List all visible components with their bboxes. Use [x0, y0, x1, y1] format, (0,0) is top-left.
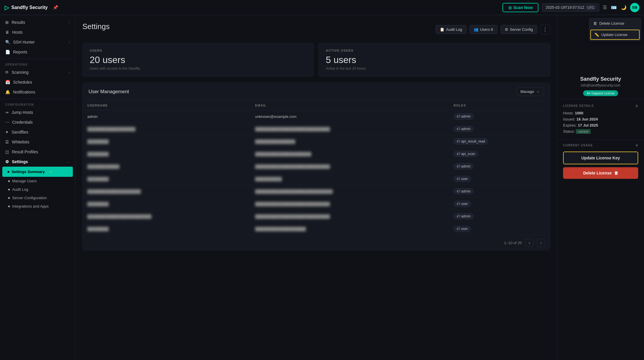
username-cell: admin — [83, 110, 251, 123]
server-config-icon: ⚙ — [505, 27, 508, 32]
users-stat-desc: Users with access to the Sandfly. — [90, 66, 307, 71]
sidebar-item-results[interactable]: ⊞ Results › — [0, 17, 75, 27]
user-management-card: User Management Manage → USERNAME EMAIL … — [82, 82, 550, 251]
update-license-key-button[interactable]: Update License Key — [563, 152, 638, 164]
username-cell: ████████████ — [83, 160, 251, 173]
sidebar-item-reports[interactable]: 📄 Reports — [0, 47, 75, 57]
username-col-header: USERNAME — [83, 101, 251, 110]
prev-page-button[interactable]: ‹ — [525, 239, 533, 247]
sidebar-item-integrations-apps[interactable]: Integrations and Apps — [0, 202, 75, 210]
sidebar-item-whitelists[interactable]: ☰ Whitelists — [0, 137, 75, 147]
sidebar-item-server-configuration[interactable]: Server Configuration — [0, 194, 75, 202]
license-section: Sandfly Security info@sandflysecurity.co… — [557, 70, 644, 99]
dropdown-update-license[interactable]: ✏️ Update License — [590, 30, 640, 40]
role-badge: 🏷 user — [453, 201, 471, 207]
email-cell: ████████████████████████████ — [251, 123, 449, 135]
sidebar-item-settings-summary[interactable]: Settings Summary ← — [2, 167, 73, 177]
timestamp: 2025-02-19T19:57:51Z UTC — [542, 3, 599, 12]
expires-row: Expires: 17 Jul 2025 — [563, 123, 638, 127]
bullet-icon — [8, 189, 10, 190]
avatar[interactable]: SB — [630, 3, 639, 12]
hosts-icon: 🖥 — [5, 30, 9, 35]
results-icon: ⊞ — [5, 20, 9, 25]
scan-now-button[interactable]: ◎ Scan Now — [502, 3, 539, 12]
sidebar-item-manage-users[interactable]: Manage Users — [0, 177, 75, 185]
header-actions: 📋 Audit Log 👥 Users 8 ⚙ Server Config ⋮ — [435, 25, 550, 35]
schedules-icon: 📅 — [5, 80, 10, 84]
sidebar-item-schedules[interactable]: 📅 Schedules — [0, 77, 75, 87]
email-cell: ██████████ — [251, 173, 449, 185]
reports-icon: 📄 — [5, 50, 10, 54]
delete-license-button[interactable]: Delete License 🗑 — [563, 167, 638, 179]
users-table: USERNAME EMAIL ROLES adminunknown@exampl… — [83, 101, 550, 235]
utc-badge: UTC — [586, 5, 596, 10]
topbar-left: ▷ Sandfly Security 📌 — [5, 4, 58, 11]
active-users-stat-label: ACTIVE USERS — [326, 49, 543, 52]
username-cell: ████████ — [83, 223, 251, 235]
table-row: ████████████████████████████████████🏷 us… — [83, 198, 550, 210]
manage-button[interactable]: Manage → — [516, 87, 544, 96]
license-email: info@sandflysecurity.com — [563, 83, 638, 87]
jump-hosts-icon: ⇒ — [5, 110, 9, 115]
main: Settings 📋 Audit Log 👥 Users 8 ⚙ Server … — [75, 15, 644, 360]
user-management-title: User Management — [88, 89, 129, 95]
sidebar-item-audit-log[interactable]: Audit Log — [0, 185, 75, 194]
role-cell: 🏷 admin — [449, 160, 550, 173]
sidebar-item-scanning[interactable]: ⟳ Scanning › — [0, 67, 75, 77]
role-cell: 🏷 admin — [449, 110, 550, 123]
role-badge: 🏷 admin — [453, 188, 474, 195]
current-usage-section: CURRENT USAGE ∨ Update License Key Delet… — [557, 140, 644, 182]
sandflies-icon: ✦ — [5, 130, 9, 134]
roles-col-header: ROLES — [449, 101, 550, 110]
bullet-icon — [8, 206, 10, 207]
role-cell: 🏷 admin — [449, 185, 550, 198]
license-details-title: LICENSE DETAILS — [563, 104, 594, 107]
username-cell: ████████ — [83, 148, 251, 160]
sidebar-item-sandflies[interactable]: ✦ Sandflies — [0, 127, 75, 137]
scan-icon: ◎ — [508, 5, 512, 10]
email-cell: █████████████████████████████ — [251, 185, 449, 198]
sidebar-item-jump-hosts[interactable]: ⇒ Jump Hosts — [0, 107, 75, 117]
server-config-button[interactable]: ⚙ Server Config — [500, 25, 537, 34]
config-section-label: CONFIGURATION — [0, 101, 75, 107]
brand-icon: ▷ — [5, 4, 9, 11]
next-page-button[interactable]: › — [537, 239, 545, 247]
sidebar-item-ssh-hunter[interactable]: 🔍 SSH Hunter › — [0, 37, 75, 47]
list-icon[interactable]: ☰ — [603, 5, 607, 10]
settings-submenu: Settings Summary ← Manage Users Audit Lo… — [0, 167, 75, 210]
arrow-indicator: ← — [48, 169, 53, 175]
table-row: ████████████████████████████████████████… — [83, 210, 550, 223]
notifications-icon: 🔔 — [5, 90, 10, 94]
username-cell: ████████████████████████ — [83, 210, 251, 223]
more-options-button[interactable]: ⋮ — [540, 25, 550, 35]
users-button[interactable]: 👥 Users 8 — [469, 25, 498, 34]
email-cell: ████████████████████████████ — [251, 160, 449, 173]
role-cell: 🏷 admin — [449, 123, 550, 135]
table-row: █████████████████████████████🏷 api_scan — [83, 148, 550, 160]
expand-icon[interactable]: ∨ — [635, 143, 638, 147]
trash-icon: 🗑 — [614, 171, 618, 175]
role-badge: 🏷 api_result_read — [453, 138, 488, 145]
pin-icon: 📌 — [53, 5, 58, 10]
table-row: ████████████████████████████████████████… — [83, 185, 550, 198]
result-profiles-icon: ◫ — [5, 150, 9, 154]
credentials-icon: ⋯ — [5, 120, 9, 125]
chevron-icon: › — [69, 21, 70, 24]
users-stat-card: USERS 20 users Users with access to the … — [82, 43, 314, 77]
sidebar-item-settings[interactable]: ⚙ Settings ⌄ — [0, 157, 75, 167]
license-details: LICENSE DETAILS ∧ Hosts: 1000 Issued: 18… — [557, 99, 644, 140]
sidebar-item-credentials[interactable]: ⋯ Credentials — [0, 117, 75, 127]
sidebar-item-hosts[interactable]: 🖥 Hosts — [0, 27, 75, 37]
edit-icon: ✏️ — [594, 33, 599, 37]
whitelists-icon: ☰ — [5, 140, 9, 144]
dropdown-delete-license[interactable]: 🗑 Delete License — [589, 18, 641, 28]
id-card-icon[interactable]: 🪪 — [611, 5, 617, 10]
audit-log-button[interactable]: 📋 Audit Log — [435, 25, 466, 34]
moon-icon[interactable]: 🌙 — [621, 5, 627, 10]
collapse-icon[interactable]: ∧ — [635, 103, 638, 108]
sidebar-item-result-profiles[interactable]: ◫ Result Profiles — [0, 147, 75, 157]
settings-icon: ⚙ — [5, 159, 9, 164]
right-panel: 🗑 Delete License ✏️ Update License Sandf… — [557, 15, 644, 360]
status-row: Status: current — [563, 129, 638, 134]
sidebar-item-notifications[interactable]: 🔔 Notifications — [0, 87, 75, 97]
